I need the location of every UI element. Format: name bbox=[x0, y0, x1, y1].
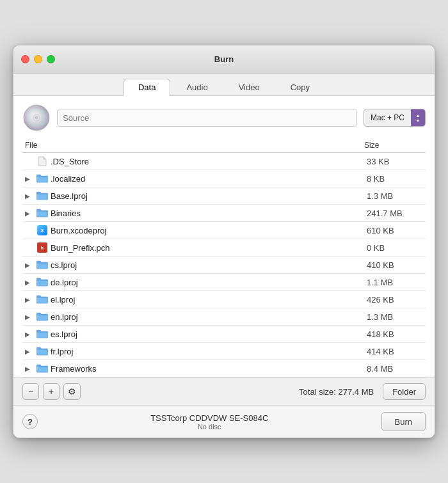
size-cell: 8 KB bbox=[362, 170, 426, 187]
expand-arrow-icon[interactable]: ▶ bbox=[25, 296, 34, 303]
minimize-button[interactable] bbox=[34, 55, 42, 63]
format-select[interactable]: Mac + PC bbox=[364, 109, 426, 127]
expand-arrow-icon[interactable]: ▶ bbox=[25, 193, 34, 200]
table-row[interactable]: ▶ en.lproj1.3 MB bbox=[22, 308, 426, 326]
folder-icon bbox=[36, 190, 48, 202]
disc-icon bbox=[22, 104, 51, 132]
table-row[interactable]: ▶ Base.lproj1.3 MB bbox=[22, 187, 426, 205]
bottom-toolbar: − + ⚙ Total size: 277.4 MB Folder bbox=[13, 377, 435, 405]
expand-arrow-icon[interactable]: ▶ bbox=[25, 313, 34, 321]
size-cell: 410 KB bbox=[362, 257, 426, 274]
table-row[interactable]: ▶ Frameworks8.4 MB bbox=[22, 360, 426, 377]
tab-data[interactable]: Data bbox=[124, 79, 170, 96]
help-button[interactable]: ? bbox=[22, 414, 38, 429]
close-button[interactable] bbox=[21, 55, 29, 63]
file-cell: ▶ de.lproj bbox=[22, 274, 362, 291]
svg-point-6 bbox=[35, 116, 38, 119]
file-name: es.lproj bbox=[51, 329, 77, 339]
size-cell: 33 KB bbox=[362, 153, 426, 170]
file-name: Frameworks bbox=[51, 364, 97, 374]
file-cell: ▶ Binaries bbox=[22, 205, 362, 222]
size-cell: 418 KB bbox=[362, 326, 426, 343]
folder-button[interactable]: Folder bbox=[383, 383, 426, 400]
folder-icon bbox=[36, 276, 48, 288]
file-name: en.lproj bbox=[51, 312, 78, 322]
column-header-size: Size bbox=[362, 138, 426, 153]
table-row[interactable]: XBurn.xcodeproj610 KB bbox=[22, 222, 426, 239]
file-name: Burn.xcodeproj bbox=[51, 226, 106, 235]
file-cell: ▶ es.lproj bbox=[22, 326, 362, 343]
file-cell: hBurn_Prefix.pch bbox=[22, 239, 362, 257]
device-status: No disc bbox=[45, 423, 374, 431]
total-size-label: Total size: 277.4 MB bbox=[84, 387, 374, 397]
folder-icon bbox=[36, 173, 48, 184]
source-input[interactable] bbox=[57, 109, 357, 127]
file-name: Burn_Prefix.pch bbox=[51, 243, 110, 253]
xcode-icon: X bbox=[37, 225, 47, 235]
file-cell: ▶ Base.lproj bbox=[22, 187, 362, 205]
file-name: cs.lproj bbox=[51, 260, 77, 270]
remove-button[interactable]: − bbox=[22, 383, 39, 400]
table-row[interactable]: ▶ .localized8 KB bbox=[22, 170, 426, 187]
table-row[interactable]: ▶ de.lproj1.1 MB bbox=[22, 274, 426, 291]
burn-button[interactable]: Burn bbox=[381, 412, 426, 431]
folder-icon bbox=[36, 363, 48, 374]
file-cell: ▶ en.lproj bbox=[22, 308, 362, 326]
tab-copy[interactable]: Copy bbox=[276, 79, 324, 95]
size-cell: 0 KB bbox=[362, 239, 426, 257]
gear-button[interactable]: ⚙ bbox=[63, 383, 81, 400]
device-name: TSSTcorp CDDVDW SE-S084C bbox=[45, 413, 374, 423]
tab-audio[interactable]: Audio bbox=[172, 79, 222, 95]
folder-icon bbox=[36, 311, 48, 322]
expand-arrow-icon[interactable]: ▶ bbox=[25, 348, 34, 355]
source-row: Mac + PC bbox=[22, 104, 426, 132]
main-content: Mac + PC File Size .DS_Store33 KB▶ .loca… bbox=[13, 96, 435, 377]
table-row[interactable]: ▶ es.lproj418 KB bbox=[22, 326, 426, 343]
size-cell: 426 KB bbox=[362, 291, 426, 308]
expand-arrow-icon[interactable]: ▶ bbox=[25, 331, 34, 338]
file-cell: ▶ fr.lproj bbox=[22, 343, 362, 360]
status-bar: ? TSSTcorp CDDVDW SE-S084C No disc Burn bbox=[13, 405, 435, 438]
table-row[interactable]: hBurn_Prefix.pch0 KB bbox=[22, 239, 426, 257]
table-row[interactable]: .DS_Store33 KB bbox=[22, 153, 426, 170]
table-row[interactable]: ▶ el.lproj426 KB bbox=[22, 291, 426, 308]
size-cell: 414 KB bbox=[362, 343, 426, 360]
size-cell: 1.1 MB bbox=[362, 274, 426, 291]
titlebar: Burn bbox=[13, 45, 435, 74]
folder-icon bbox=[36, 328, 48, 340]
device-info: TSSTcorp CDDVDW SE-S084C No disc bbox=[45, 413, 374, 431]
file-cell: ▶ cs.lproj bbox=[22, 257, 362, 274]
file-cell: XBurn.xcodeproj bbox=[22, 222, 362, 239]
file-name: .localized bbox=[51, 174, 85, 184]
table-row[interactable]: ▶ Binaries241.7 MB bbox=[22, 205, 426, 222]
file-cell: ▶ el.lproj bbox=[22, 291, 362, 308]
format-label: Mac + PC bbox=[364, 113, 411, 122]
expand-arrow-icon[interactable]: ▶ bbox=[25, 365, 34, 372]
table-row[interactable]: ▶ fr.lproj414 KB bbox=[22, 343, 426, 360]
expand-arrow-icon[interactable]: ▶ bbox=[25, 279, 34, 286]
file-cell: ▶ .localized bbox=[22, 170, 362, 187]
size-cell: 1.3 MB bbox=[362, 187, 426, 205]
folder-icon bbox=[36, 294, 48, 305]
file-name: Binaries bbox=[51, 209, 81, 218]
pch-icon: h bbox=[36, 242, 48, 253]
expand-arrow-icon[interactable]: ▶ bbox=[25, 175, 34, 182]
expand-arrow-icon[interactable]: ▶ bbox=[25, 210, 34, 217]
size-cell: 8.4 MB bbox=[362, 360, 426, 377]
folder-icon bbox=[36, 207, 48, 219]
maximize-button[interactable] bbox=[47, 55, 55, 63]
folder-icon bbox=[36, 259, 48, 271]
file-icon bbox=[36, 155, 48, 167]
file-name: fr.lproj bbox=[51, 347, 73, 356]
size-cell: 241.7 MB bbox=[362, 205, 426, 222]
table-row[interactable]: ▶ cs.lproj410 KB bbox=[22, 257, 426, 274]
file-cell: .DS_Store bbox=[22, 153, 362, 170]
folder-icon bbox=[36, 345, 48, 357]
format-spinner-icon[interactable] bbox=[411, 109, 425, 127]
main-window: Burn Data Audio Video Copy bbox=[13, 45, 435, 438]
file-name: Base.lproj bbox=[51, 191, 88, 201]
add-button[interactable]: + bbox=[43, 383, 60, 400]
tab-video[interactable]: Video bbox=[224, 79, 275, 95]
expand-arrow-icon[interactable]: ▶ bbox=[25, 262, 34, 269]
file-table: File Size .DS_Store33 KB▶ .localized8 KB… bbox=[22, 138, 426, 377]
